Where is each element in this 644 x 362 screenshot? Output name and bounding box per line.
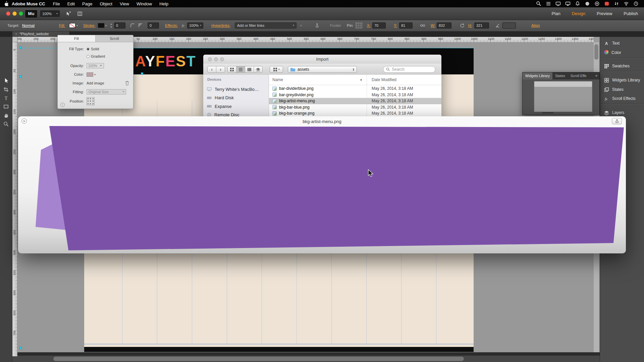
selection-handle[interactable] [19,75,22,78]
pin-grid-control[interactable] [356,22,362,28]
stroke-link[interactable]: Stroke: [83,23,95,27]
cursor-plus-icon[interactable] [66,11,71,16]
dialog-titlebar[interactable]: Import [203,55,441,64]
close-window-button[interactable] [6,11,10,16]
nav-publish[interactable]: Publish [624,11,638,16]
w-label[interactable]: W: [431,23,435,27]
column-header-name[interactable]: Name [272,77,283,82]
airplay-icon[interactable] [565,1,571,6]
spotlight-icon[interactable] [536,1,541,6]
sidebar-item-terry-white-s-macbo-[interactable]: Terry White's MacBo… [207,85,259,93]
y-field[interactable]: 81 [399,22,413,28]
arrange-menu[interactable]: ▾ [270,66,283,73]
fitting-select[interactable]: Original Size▾ [87,89,126,95]
y-label[interactable]: Y: [394,23,397,27]
file-row[interactable]: bar-dividerblue.pngMay 26, 2014, 3:18 AM [269,85,441,92]
nav-plan[interactable]: Plan [552,11,560,16]
widget-preview-thumbnail[interactable] [534,81,592,112]
list-icon[interactable] [546,1,551,6]
sidebar-item-hard-disk[interactable]: Hard Disk [207,94,234,102]
file-row[interactable]: bar-greydivider.pngMay 26, 2014, 3:18 AM [269,92,441,98]
tab-scroll-effe[interactable]: Scroll Effe [568,72,589,79]
solid-radio[interactable] [87,48,90,51]
effects-link[interactable]: Effects: [165,23,178,27]
clear-hyperlink-button[interactable]: × [300,23,302,27]
zoom-select[interactable]: 100%▾ [40,10,60,17]
selection-tool-icon[interactable] [3,78,9,83]
corner-radius-field[interactable]: 0 [148,22,159,28]
sidebar-item-color[interactable]: Color [600,48,644,57]
panel-menu-chevrons[interactable]: » [595,73,597,77]
nav-design[interactable]: Design [572,11,585,16]
menu-view[interactable]: View [116,1,133,6]
sidebar-item-swatches[interactable]: Swatches [600,62,644,70]
location-dropdown[interactable]: assets ▲▼ [288,66,357,73]
chrome-icon[interactable] [594,1,600,6]
list-view-button[interactable] [236,66,245,72]
menu-window[interactable]: Window [133,1,156,6]
icon-view-button[interactable] [228,66,236,72]
position-grid-control[interactable] [87,97,95,105]
horizontal-scrollbar[interactable] [12,356,600,362]
fx-icon[interactable]: fx [181,23,186,28]
close-tab-icon[interactable]: × [15,32,17,36]
corner-radius-icon[interactable] [138,23,143,28]
horizontal-scrollbar-thumb[interactable] [53,357,464,361]
circle-icon[interactable] [585,1,590,6]
height-field[interactable]: 321 [474,22,489,28]
chevron-down-icon[interactable]: ▾ [94,73,96,76]
vertical-scrollbar-thumb[interactable] [594,44,598,60]
hyperlink-dropdown[interactable]: Add or filter links▾ [235,22,297,28]
align-link[interactable]: Align [531,23,540,27]
sort-ascending-icon[interactable]: ▴ [360,77,362,81]
file-row[interactable]: bkg-bar-orange.pngMay 26, 2014, 3:18 AM [269,110,441,117]
tab-scroll[interactable]: Scroll [95,35,133,42]
notifications-icon[interactable] [575,1,580,6]
search-input[interactable]: Search [383,66,435,73]
display-icon[interactable] [555,1,561,6]
footer-label[interactable]: Footer [330,23,341,27]
wifi-icon[interactable] [624,1,629,6]
selection-handle[interactable] [19,347,22,349]
opacity-field[interactable]: 100%▾ [187,22,203,28]
site-footer-rectangle[interactable] [84,347,474,352]
menu-help[interactable]: Help [156,1,172,6]
coverflow-view-button[interactable] [254,66,262,72]
fill-swatch[interactable] [69,23,75,28]
menu-page[interactable]: Page [78,1,96,6]
nav-preview[interactable]: Preview [597,11,612,16]
hyperlinks-link[interactable]: Hyperlinks: [211,23,230,27]
apple-icon[interactable] [4,1,8,6]
crop-tool-icon[interactable] [3,87,9,92]
trash-icon[interactable] [125,81,129,85]
tab-fill[interactable]: Fill [58,35,95,42]
rectangle-tool-icon[interactable] [3,104,9,109]
column-view-button[interactable] [245,66,254,72]
rotate-icon[interactable] [460,23,465,28]
tab-states[interactable]: States [552,72,568,79]
gradient-radio[interactable] [87,55,90,58]
app-menu-title[interactable]: Adobe Muse CC [12,1,45,6]
opacity-input[interactable]: 100%▾ [87,63,104,68]
sync-icon[interactable] [614,1,619,6]
tab-widgets-library[interactable]: Widgets Library [523,72,552,79]
zoom-tool-icon[interactable] [3,121,9,127]
text-tool-icon[interactable]: T [3,96,9,101]
menu-edit[interactable]: Edit [64,1,78,6]
sidebar-item-expanse[interactable]: Expanse [207,103,232,110]
color-swatch[interactable] [87,72,93,77]
hand-tool-icon[interactable] [3,113,9,118]
h-label[interactable]: H: [468,23,472,27]
chevron-down-icon[interactable]: ▾ [76,24,78,27]
clock-icon[interactable] [633,1,639,6]
quicklook-close-button[interactable]: ✕ [21,118,27,124]
sidebar-item-widgets-library[interactable]: Widgets Library [600,76,644,84]
menu-file[interactable]: File [49,1,64,6]
constrain-icon[interactable] [420,23,425,28]
zoom-window-button[interactable] [19,11,23,16]
sidebar-item-states[interactable]: States [600,85,644,94]
add-image-link[interactable]: Add image [87,81,104,85]
sidebar-item-layers[interactable]: Layers [600,108,644,117]
file-row[interactable]: bkg-artist-menu.pngMay 26, 2014, 3:18 AM [269,98,441,104]
selection-handle[interactable] [141,72,143,75]
